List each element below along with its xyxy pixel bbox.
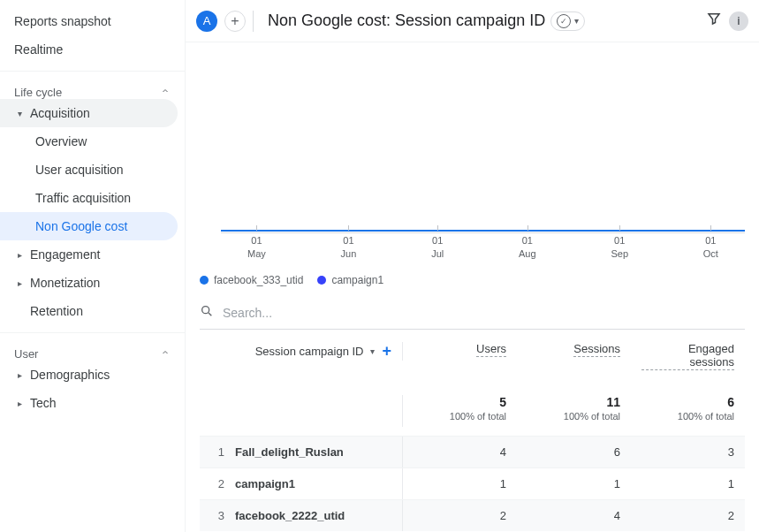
x-axis-tick: 01Jun <box>341 234 357 260</box>
sidebar-item-user-acquisition[interactable]: User acquisition <box>0 156 185 184</box>
add-dimension-button[interactable]: + <box>382 342 391 361</box>
caret-right-icon: ▸ <box>14 370 25 380</box>
row-metric: 6 <box>517 445 631 459</box>
caret-right-icon: ▸ <box>14 399 25 408</box>
row-number: 2 <box>200 477 235 490</box>
row-metric: 1 <box>517 477 631 490</box>
caret-down-icon: ▾ <box>14 109 25 118</box>
legend-item[interactable]: campaign1 <box>317 274 383 286</box>
sidebar-item-reports-snapshot[interactable]: Reports snapshot <box>0 7 185 35</box>
x-axis-tick: 01May <box>247 234 266 260</box>
svg-point-0 <box>202 307 209 314</box>
sidebar-item-realtime[interactable]: Realtime <box>0 35 185 64</box>
header: A + Non Google cost: Session campaign ID… <box>186 0 759 42</box>
row-number: 1 <box>200 445 235 459</box>
sidebar-item-retention[interactable]: Retention <box>0 297 185 325</box>
svg-line-1 <box>209 313 211 315</box>
status-pill[interactable]: ✓ ▾ <box>550 11 585 31</box>
row-metric: 2 <box>631 509 745 522</box>
sidebar-group-monetization[interactable]: ▸ Monetization <box>0 269 185 297</box>
legend-item[interactable]: facebook_333_utid <box>200 274 303 286</box>
x-axis-tick: 01Sep <box>611 234 628 260</box>
sidebar-group-demographics[interactable]: ▸ Demographics <box>0 361 185 389</box>
chevron-up-icon <box>160 347 171 361</box>
caret-right-icon: ▸ <box>14 278 25 288</box>
sidebar-group-engagement[interactable]: ▸ Engagement <box>0 240 185 269</box>
legend-label: campaign1 <box>331 274 383 286</box>
check-circle-icon: ✓ <box>557 14 571 28</box>
chevron-down-icon: ▾ <box>574 16 579 26</box>
sidebar-section-user[interactable]: User <box>0 332 185 361</box>
caret-right-icon: ▸ <box>14 250 25 260</box>
chart-series-line <box>221 230 745 232</box>
row-number: 3 <box>200 509 235 522</box>
sidebar-item-non-google-cost[interactable]: Non Google cost <box>0 212 178 240</box>
page-title: Non Google cost: Session campaign ID ✓ ▾ <box>268 11 699 31</box>
sidebar: Reports snapshot Realtime Life cycle ▾ A… <box>0 0 186 532</box>
legend-label: facebook_333_utid <box>214 274 303 286</box>
x-axis-tick: 01Oct <box>703 234 718 260</box>
sidebar-group-tech[interactable]: ▸ Tech <box>0 389 185 417</box>
column-header-users[interactable]: Users <box>476 342 506 357</box>
row-metric: 1 <box>403 477 517 490</box>
column-header-sessions[interactable]: Sessions <box>573 342 620 357</box>
search-input[interactable] <box>223 306 745 320</box>
table-row[interactable]: 1Fall_delight_Ruslan463 <box>200 436 745 467</box>
row-dimension: Fall_delight_Ruslan <box>235 437 403 467</box>
filter-icon[interactable] <box>706 11 722 31</box>
chart-legend: facebook_333_utidcampaign1 <box>200 270 745 297</box>
chevron-up-icon <box>160 86 171 99</box>
chevron-down-icon[interactable]: ▾ <box>370 346 375 356</box>
add-button[interactable]: + <box>224 11 246 32</box>
dimension-selector[interactable]: Session campaign ID <box>255 345 364 358</box>
row-metric: 4 <box>403 445 517 459</box>
legend-dot-icon <box>317 276 326 285</box>
sidebar-item-overview[interactable]: Overview <box>0 127 185 156</box>
info-badge[interactable]: i <box>729 11 748 31</box>
row-metric: 3 <box>631 445 745 459</box>
search-row <box>200 297 745 330</box>
sidebar-section-life-cycle[interactable]: Life cycle <box>0 71 185 99</box>
row-metric: 1 <box>631 477 745 490</box>
totals-row: 5100% of total 11100% of total 6100% of … <box>200 379 745 436</box>
row-metric: 2 <box>403 509 517 522</box>
table-row[interactable]: 3facebook_2222_utid242 <box>200 499 745 531</box>
account-avatar[interactable]: A <box>196 11 217 32</box>
row-metric: 4 <box>517 509 631 522</box>
row-dimension: campaign1 <box>235 468 403 499</box>
legend-dot-icon <box>200 276 209 285</box>
search-icon <box>200 304 214 322</box>
column-header-engaged-sessions[interactable]: Engaged sessions <box>641 342 734 370</box>
table-row[interactable]: 2campaign1111 <box>200 467 745 499</box>
x-axis-tick: 01Aug <box>519 234 536 260</box>
sidebar-item-traffic-acquisition[interactable]: Traffic acquisition <box>0 184 185 212</box>
row-dimension: facebook_2222_utid <box>235 500 403 531</box>
data-table: Session campaign ID ▾ + Users Sessions E… <box>200 330 745 531</box>
plus-icon: + <box>231 13 239 29</box>
sidebar-group-acquisition[interactable]: ▾ Acquisition <box>0 99 178 127</box>
chart: 01May01Jun01Jul01Aug01Sep01Oct <box>200 49 745 270</box>
x-axis-tick: 01Jul <box>431 234 444 260</box>
